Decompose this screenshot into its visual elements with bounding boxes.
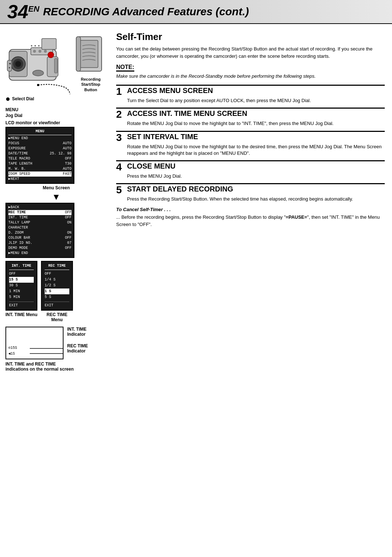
step-2-desc: Rotate the MENU Jog Dial to move the hig… [116, 120, 385, 127]
int-time-30s: 30 S [9, 283, 34, 288]
arrow-down-1: ▼ [5, 192, 107, 202]
step-4-number: 4 [116, 162, 125, 172]
step-4-header: 4 CLOSE MENU [116, 162, 385, 172]
svg-point-15 [34, 45, 36, 47]
step-3-title: SET INTERVAL TIME [127, 133, 198, 141]
int-time-menu-label: INT. TIME Menu [5, 312, 37, 322]
step-5: 5 START DELAYED RECORDING Press the Reco… [116, 183, 385, 202]
menu2-item-d-zoom: D. ZOOMON [8, 230, 72, 235]
step-5-desc: Press the Recording Start/Stop Button. W… [116, 196, 385, 202]
menu-jog-label-area: MENU Jog Dial [5, 107, 67, 118]
ns-labels: INT. TIME Indicator REC TIME Indicator [67, 327, 88, 355]
indicator-lines-svg [6, 327, 63, 359]
menu1-item-tape-length: TAPE LENGTHT30 [8, 161, 72, 166]
menu-screen-2: ▶BACK REC TIMEOFF INT. TIMEOFF TALLY LAM… [5, 203, 74, 258]
step-5-number: 5 [116, 185, 125, 195]
int-time-exit: EXIT [9, 302, 34, 308]
svg-rect-23 [76, 37, 81, 71]
menu2-item-tally-lamp: TALLY LAMPON [8, 220, 72, 225]
svg-point-16 [38, 45, 40, 47]
step-4: 4 CLOSE MENU Press the MENU Jog Dial. [116, 160, 385, 179]
menu2-item-colour-bar: COLOUR BAROFF [8, 235, 72, 241]
svg-point-8 [44, 50, 47, 53]
cancel-section: To Cancel Self-Timer . . . ... Before th… [116, 207, 385, 228]
menu1-item-tele-macro: TELE MACROOFF [8, 156, 72, 161]
menu1-item-next: ▶NEXT [8, 177, 72, 182]
step-4-title: CLOSE MENU [127, 162, 175, 170]
cam-right-panel: RecordingStart/StopButton [74, 35, 107, 92]
menu1-item-focus: FOCUSAUTO [8, 141, 72, 146]
svg-point-14 [31, 45, 32, 47]
self-timer-description: You can set the delay between pressing t… [116, 45, 385, 60]
rec-time-indicator-label: REC TIME Indicator [67, 343, 88, 354]
svg-rect-9 [42, 39, 56, 49]
svg-point-13 [48, 52, 54, 58]
normal-screen-bottom-label: INT. TIME and REC TIMEindications on the… [5, 362, 107, 372]
rec-time-exit: EXIT [45, 302, 69, 308]
select-dial-label-area: ● Select Dial [5, 94, 67, 104]
step-2-title: ACCESS INT. TIME MENU SCREEN [127, 109, 247, 117]
menu2-item-demo-mode: DEMO MODEOFF [8, 246, 72, 251]
cancel-title: To Cancel Self-Timer . . . [116, 207, 385, 212]
cancel-text: ... Before the recording begins, press t… [116, 214, 385, 228]
step-5-title: START DELAYED RECORDING [127, 185, 233, 193]
menu2-item-character: CHARACTER [8, 225, 72, 230]
svg-point-4 [15, 61, 21, 67]
step-3-desc: Rotate the MENU Jog Dial to move the hig… [116, 144, 385, 157]
int-time-1min: 1 MIN [9, 288, 34, 294]
rec-time-5s: 5 S [45, 294, 69, 300]
menu1-item-mwb: M. W. B.AUTO [8, 166, 72, 171]
svg-point-20 [37, 84, 39, 86]
page-number: 34EN [7, 2, 39, 21]
menu1-item-zoom-speed: ZOOM SPEEDFAST [8, 171, 72, 177]
step-1-title: ACCESS MENU SCREEN [127, 86, 213, 94]
step-1-number: 1 [116, 86, 125, 97]
svg-point-10 [33, 70, 44, 76]
step-1-header: 1 ACCESS MENU SCREEN [116, 86, 385, 97]
int-time-5min: 5 MIN [9, 294, 34, 300]
int-time-off: OFF [9, 271, 34, 277]
menu2-item-jlip: JLIP ID NO.07 [8, 241, 72, 246]
time-panel-labels: INT. TIME Menu REC TIME Menu [5, 312, 107, 322]
rec-time-off: OFF [45, 271, 69, 277]
menu1-item-datetime: DATE/TIME25. 12. 98 [8, 151, 72, 156]
header-title: RECORDING Advanced Features (cont.) [43, 5, 249, 18]
step-5-header: 5 START DELAYED RECORDING [116, 185, 385, 195]
int-time-title: INT. TIME [9, 263, 34, 270]
menu-screen-label: Menu Screen [5, 185, 107, 190]
svg-text:▼: ▼ [8, 66, 11, 69]
menu2-item-rec-time: REC TIMEOFF [8, 210, 72, 215]
menu2-item-back: ▶BACK [8, 205, 72, 210]
menu2-item-int-time: INT. TIMEOFF [8, 215, 72, 220]
time-panels: INT. TIME OFF 15 S 30 S 1 MIN 5 MIN EXIT… [5, 261, 107, 311]
page-header: 34EN RECORDING Advanced Features (cont.) [0, 0, 392, 24]
step-1-desc: Turn the Select Dial to any position exc… [116, 97, 385, 104]
cam-left-panel: ◀ ▼ ● Select Dial [5, 31, 67, 118]
int-time-15s: 15 S [9, 277, 34, 283]
note-text: Make sure the camcorder is in the Record… [116, 73, 385, 80]
rec-time-title: REC TIME [45, 263, 69, 270]
normal-screen-area: ⊙15S ◀1S INT. TIME Indicator REC TIME In… [5, 327, 107, 359]
step-2-header: 2 ACCESS INT. TIME MENU SCREEN [116, 109, 385, 120]
main-content: ◀ ▼ ● Select Dial [0, 24, 392, 379]
menu2-item-menu-end: ▶MENU END [8, 251, 72, 256]
step-1: 1 ACCESS MENU SCREEN Turn the Select Dia… [116, 85, 385, 104]
recording-button-svg [74, 35, 105, 75]
rec-time-panel: REC TIME OFF 1/4 S 1/2 S 1 S 5 S EXIT [41, 261, 73, 311]
svg-rect-12 [54, 58, 57, 73]
step-3-header: 3 SET INTERVAL TIME [116, 133, 385, 143]
rec-time-1s: 1 S [45, 288, 69, 294]
rec-time-12s: 1/2 S [45, 283, 69, 288]
svg-point-7 [38, 50, 41, 53]
recording-button-label: RecordingStart/StopButton [74, 77, 107, 92]
int-time-indicator-label: INT. TIME Indicator [67, 327, 88, 337]
menu-screen-1: MENU ▶MENU END FOCUSAUTO EXPOSUREAUTO DA… [5, 127, 74, 184]
rec-time-14s: 1/4 S [45, 277, 69, 283]
right-column: Self-Timer You can set the delay between… [113, 28, 392, 375]
section-title: Self-Timer [116, 31, 385, 43]
menu-jog-label: MENU Jog Dial [5, 107, 67, 118]
select-dial-label: Select Dial [12, 96, 34, 101]
int-time-panel: INT. TIME OFF 15 S 30 S 1 MIN 5 MIN EXIT [5, 261, 37, 311]
svg-rect-22 [80, 40, 98, 68]
menu1-item-exposure: EXPOSUREAUTO [8, 146, 72, 151]
